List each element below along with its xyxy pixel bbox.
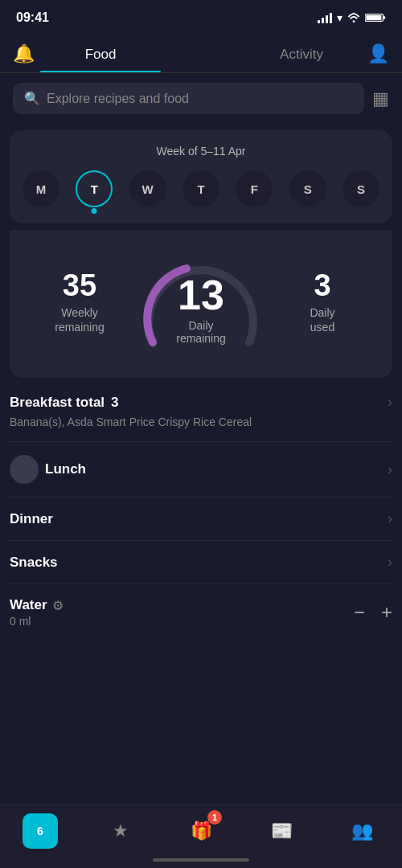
today-dot <box>92 208 97 214</box>
water-value: 0 ml <box>10 615 64 628</box>
water-title-block: Water ⚙ 0 ml <box>10 597 64 628</box>
daily-used-label: Dailyused <box>265 305 379 334</box>
breakfast-section: Breakfast total 3 › Banana(s), Asda Smar… <box>10 381 392 442</box>
search-icon: 🔍 <box>24 91 40 106</box>
community-icon: 👥 <box>344 813 379 849</box>
status-time: 09:41 <box>16 10 49 25</box>
news-icon: 📰 <box>264 813 299 849</box>
snacks-title: Snacks <box>10 555 58 571</box>
wifi-icon: ▾ <box>337 11 343 24</box>
breakfast-title: Breakfast total <box>10 395 105 411</box>
svg-point-0 <box>353 20 355 23</box>
search-input-wrapper[interactable]: 🔍 Explore recipes and food <box>13 83 364 114</box>
wifi-icon <box>347 12 360 23</box>
dinner-header[interactable]: Dinner › <box>10 510 392 527</box>
lunch-chevron: › <box>388 461 392 478</box>
nav-calendar[interactable]: 6 <box>23 813 58 849</box>
daily-remaining-center: 13 Dailyremaining <box>176 274 225 345</box>
dinner-chevron: › <box>388 510 392 527</box>
barcode-icon[interactable]: ▦ <box>372 88 389 109</box>
daily-remaining-label: Dailyremaining <box>176 319 225 345</box>
day-monday[interactable]: M <box>23 170 59 207</box>
gift-badge: 1 <box>207 810 222 825</box>
nav-community[interactable]: 👥 <box>344 813 379 849</box>
daily-used-value: 3 <box>265 270 379 301</box>
breakfast-header[interactable]: Breakfast total 3 › <box>10 394 392 411</box>
days-row: M T W T F S S <box>23 170 379 207</box>
daily-remaining-value: 13 <box>176 274 225 316</box>
search-placeholder: Explore recipes and food <box>47 92 189 106</box>
star-icon: ★ <box>103 813 138 849</box>
nav-favorites[interactable]: ★ <box>103 813 138 849</box>
day-tuesday[interactable]: T <box>76 170 113 207</box>
nav-gifts[interactable]: 🎁 1 <box>183 813 219 849</box>
week-label: Week of 5–11 Apr <box>23 145 379 158</box>
daily-used-stat: 3 Dailyused <box>265 270 379 334</box>
nav-news[interactable]: 📰 <box>264 813 299 849</box>
avatar-icon[interactable]: 👤 <box>367 43 389 64</box>
breakfast-title-row: Breakfast total 3 <box>10 395 119 411</box>
battery-icon <box>365 12 386 23</box>
stats-section: 35 Weeklyremaining 13 Dailyremaining 3 D… <box>10 230 392 378</box>
water-title: Water <box>10 597 47 613</box>
stats-visual: 35 Weeklyremaining 13 Dailyremaining 3 D… <box>23 238 379 358</box>
water-minus-button[interactable]: − <box>354 601 365 624</box>
gear-icon[interactable]: ⚙ <box>52 598 64 613</box>
snacks-chevron: › <box>388 554 392 571</box>
search-bar: 🔍 Explore recipes and food ▦ <box>0 73 402 124</box>
lunch-header[interactable]: Lunch › <box>10 455 392 484</box>
status-icons: ▾ <box>318 11 386 24</box>
day-saturday[interactable]: S <box>289 170 326 207</box>
breakfast-chevron: › <box>388 394 392 411</box>
dinner-title: Dinner <box>10 511 53 527</box>
dinner-section: Dinner › <box>10 497 392 541</box>
breakfast-foods: Banana(s), Asda Smart Price Crispy Rice … <box>10 416 392 428</box>
day-friday[interactable]: F <box>236 170 273 207</box>
status-bar: 09:41 ▾ <box>0 0 402 35</box>
lunch-title: Lunch <box>45 461 86 477</box>
weekly-remaining-value: 35 <box>23 270 137 301</box>
day-sunday[interactable]: S <box>343 170 379 207</box>
week-card: Week of 5–11 Apr M T W T F S S <box>10 130 392 223</box>
water-left: Water ⚙ 0 ml <box>10 597 64 628</box>
water-section: Water ⚙ 0 ml − + <box>10 584 392 641</box>
snacks-section: Snacks › <box>10 541 392 584</box>
weekly-remaining-stat: 35 Weeklyremaining <box>23 270 137 334</box>
breakfast-count: 3 <box>111 395 118 411</box>
lunch-icon <box>10 455 39 484</box>
tab-food[interactable]: Food <box>0 35 201 72</box>
lunch-title-row: Lunch <box>10 455 86 484</box>
water-controls: − + <box>354 601 392 624</box>
weekly-remaining-label: Weeklyremaining <box>23 305 137 334</box>
day-wednesday[interactable]: W <box>129 170 166 207</box>
svg-rect-2 <box>366 15 381 20</box>
lunch-section: Lunch › <box>10 442 392 497</box>
food-log: Breakfast total 3 › Banana(s), Asda Smar… <box>10 381 392 641</box>
tab-bar: 🔔 Food Activity 👤 <box>0 35 402 73</box>
home-indicator <box>153 858 249 862</box>
day-thursday[interactable]: T <box>183 170 219 207</box>
snacks-header[interactable]: Snacks › <box>10 554 392 571</box>
signal-icon <box>318 12 332 23</box>
calendar-icon: 6 <box>23 813 58 849</box>
svg-rect-3 <box>384 16 386 18</box>
daily-remaining-arc: 13 Dailyremaining <box>137 246 265 358</box>
water-plus-button[interactable]: + <box>381 601 392 624</box>
